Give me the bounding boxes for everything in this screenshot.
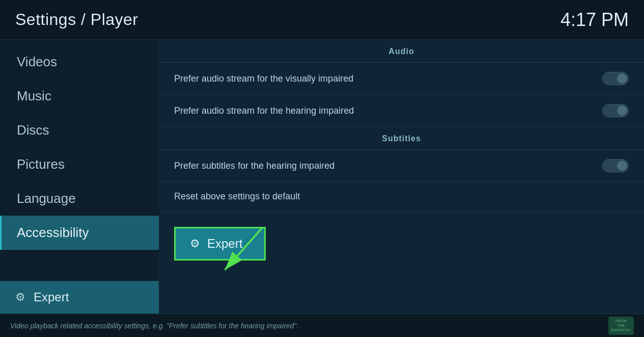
sidebar-nav: Videos Music Discs Pictures Language Acc… <box>0 40 159 250</box>
expert-button-container: ⚙ Expert <box>159 212 644 276</box>
statusbar: Video playback related accessibility set… <box>0 314 644 337</box>
expert-button[interactable]: ⚙ Expert <box>174 227 266 261</box>
sidebar-expert-label: Expert <box>34 290 69 304</box>
setting-label-hearing-impaired-audio: Prefer audio stream for the hearing impa… <box>174 106 354 116</box>
sidebar-item-music[interactable]: Music <box>0 79 159 113</box>
setting-row-hearing-impaired-audio[interactable]: Prefer audio stream for the hearing impa… <box>159 95 644 127</box>
gear-icon: ⚙ <box>15 291 25 304</box>
sidebar-item-pictures[interactable]: Pictures <box>0 147 159 182</box>
clock: 4:17 PM <box>561 9 629 31</box>
reset-row[interactable]: Reset above settings to default <box>159 182 644 212</box>
sidebar: Videos Music Discs Pictures Language Acc… <box>0 40 159 314</box>
header: Settings / Player 4:17 PM <box>0 0 644 40</box>
expert-button-label: Expert <box>207 237 242 251</box>
audio-section-header: Audio <box>159 40 644 63</box>
reset-label: Reset above settings to default <box>174 191 300 202</box>
toggle-subtitles-hearing-impaired[interactable] <box>602 159 629 172</box>
setting-row-visually-impaired[interactable]: Prefer audio stream for the visually imp… <box>159 63 644 95</box>
content-area: Audio Prefer audio stream for the visual… <box>159 40 644 314</box>
sidebar-expert-button[interactable]: ⚙ Expert <box>0 281 159 314</box>
setting-label-visually-impaired: Prefer audio stream for the visually imp… <box>174 73 353 84</box>
sidebar-item-accessibility[interactable]: Accessibility <box>0 216 159 250</box>
sidebar-item-language[interactable]: Language <box>0 182 159 216</box>
toggle-hearing-impaired-audio[interactable] <box>602 104 629 117</box>
setting-row-subtitles-hearing-impaired[interactable]: Prefer subtitles for the hearing impaire… <box>159 150 644 182</box>
watermark-badge: FROMTHEEXPERTS! <box>608 317 634 335</box>
statusbar-text: Video playback related accessibility set… <box>10 322 298 330</box>
sidebar-item-discs[interactable]: Discs <box>0 113 159 147</box>
watermark: FROMTHEEXPERTS! <box>608 317 634 335</box>
subtitles-section-header: Subtitles <box>159 127 644 150</box>
toggle-visually-impaired[interactable] <box>602 72 629 85</box>
expert-button-gear-icon: ⚙ <box>190 237 200 250</box>
setting-label-subtitles-hearing-impaired: Prefer subtitles for the hearing impaire… <box>174 161 334 171</box>
sidebar-item-videos[interactable]: Videos <box>0 45 159 79</box>
main-layout: Videos Music Discs Pictures Language Acc… <box>0 40 644 314</box>
page-title: Settings / Player <box>15 10 138 29</box>
